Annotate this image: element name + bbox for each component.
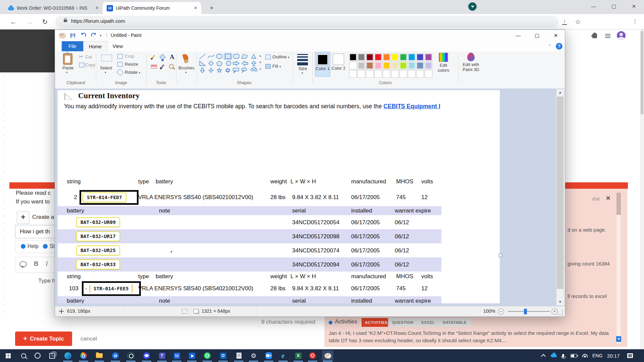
- magnifier-tool-icon[interactable]: [169, 64, 174, 69]
- back-icon[interactable]: ←: [8, 17, 18, 27]
- cebits-link[interactable]: CEBITS Equipment I: [383, 103, 440, 110]
- browser-tab-uipath-forum[interactable]: Ui UiPath Community Forum ✕: [103, 2, 201, 14]
- copy-label[interactable]: Copy: [85, 62, 95, 67]
- palette-color[interactable]: [391, 53, 399, 61]
- paint-canvas[interactable]: Current Inventory You may add/modify inv…: [58, 90, 500, 303]
- browser-menu-kebab-icon[interactable]: ⋮: [630, 17, 640, 26]
- cut-icon[interactable]: ✂: [79, 54, 83, 59]
- canvas-scrollbar-thumb[interactable]: [557, 97, 564, 289]
- rotate-icon[interactable]: [116, 69, 123, 76]
- fill-bucket-tool-icon[interactable]: [159, 54, 165, 60]
- scroll-up-icon[interactable]: ▲: [556, 89, 564, 96]
- canvas-scrollbar[interactable]: ▲ ▼: [556, 89, 564, 305]
- whatsapp-icon[interactable]: [202, 350, 213, 361]
- create-a-label[interactable]: Create a: [32, 214, 54, 221]
- browser-tab-work-order[interactable]: Work Order: WO-01010568 ~ INS ✕: [4, 2, 103, 14]
- tag-activities[interactable]: ACTIVITIES: [362, 318, 391, 327]
- palette-color[interactable]: [425, 70, 432, 78]
- fill-icon[interactable]: [265, 64, 271, 69]
- edit-colors-button[interactable]: Edit colors: [433, 52, 453, 73]
- zoom-app-icon[interactable]: [263, 350, 274, 361]
- internet-explorer-icon[interactable]: e: [277, 350, 289, 361]
- edge-icon[interactable]: [62, 350, 73, 361]
- fill-label[interactable]: Fill ▾: [272, 64, 281, 69]
- reading-list-icon[interactable]: [605, 33, 610, 39]
- shapes-scroll-down-icon[interactable]: ▼: [258, 61, 262, 64]
- palette-color[interactable]: [358, 70, 365, 78]
- paste-caret-icon[interactable]: ▾: [66, 71, 68, 74]
- save-icon[interactable]: [70, 33, 75, 38]
- clock[interactable]: 20:17: [607, 349, 620, 362]
- resize-label[interactable]: Resize: [125, 62, 138, 67]
- redo-icon[interactable]: [90, 32, 97, 39]
- outline-icon[interactable]: [265, 55, 271, 59]
- movies-tv-icon[interactable]: [186, 350, 198, 361]
- brushes-label[interactable]: Brushes: [178, 65, 195, 70]
- bold-icon[interactable]: B: [34, 260, 39, 267]
- settings-gear-icon[interactable]: ⚙: [248, 350, 259, 361]
- palette-color[interactable]: [383, 62, 390, 69]
- create-topic-button[interactable]: + Create Topic: [15, 331, 72, 346]
- crop-icon[interactable]: [117, 54, 123, 59]
- crop-label[interactable]: Crop: [125, 54, 134, 59]
- palette-color[interactable]: [408, 62, 416, 69]
- select-icon[interactable]: [101, 55, 112, 61]
- cancel-link[interactable]: cancel: [80, 336, 97, 342]
- palette-color[interactable]: [349, 62, 357, 69]
- zoom-out-button[interactable]: –: [498, 308, 504, 315]
- url-text[interactable]: https://forum.uipath.com: [71, 18, 125, 24]
- cortana-icon[interactable]: [32, 350, 43, 361]
- palette-color[interactable]: [349, 53, 357, 61]
- uipath-icon[interactable]: Ui: [171, 350, 182, 361]
- cut-label[interactable]: Cut: [85, 54, 92, 59]
- palette-color[interactable]: [366, 53, 374, 61]
- quick-access-caret-icon[interactable]: ▾: [100, 34, 102, 37]
- palette-color[interactable]: [416, 70, 424, 78]
- panel-scrollbar-thumb[interactable]: [616, 193, 621, 215]
- size-icon[interactable]: [297, 54, 308, 67]
- paint-minimize-button[interactable]: —: [511, 30, 526, 41]
- ribbon-collapse-icon[interactable]: ⌃: [548, 44, 551, 49]
- action-center-icon[interactable]: [627, 349, 633, 362]
- paint-tab-view[interactable]: View: [107, 41, 129, 51]
- zoom-slider-thumb[interactable]: [524, 309, 527, 314]
- palette-color[interactable]: [374, 53, 382, 61]
- window-maximize-button[interactable]: ▢: [608, 1, 620, 11]
- reload-icon[interactable]: ↻: [40, 17, 50, 27]
- scroll-down-icon[interactable]: ▼: [556, 299, 564, 305]
- pencil-tool-icon[interactable]: [151, 55, 155, 60]
- scroll-down-button[interactable]: [616, 336, 621, 342]
- page-scrollbar[interactable]: [640, 29, 644, 349]
- palette-color[interactable]: [416, 62, 424, 69]
- panel-scrollbar[interactable]: [616, 193, 621, 344]
- eyedropper-tool-icon[interactable]: [160, 64, 164, 69]
- download-icon[interactable]: ↓: [560, 17, 569, 26]
- activities-label[interactable]: Activities: [335, 318, 357, 325]
- excel-icon[interactable]: X: [292, 350, 304, 361]
- outlook-icon[interactable]: O: [217, 350, 229, 361]
- tab-close-icon[interactable]: ✕: [94, 5, 100, 11]
- shapes-more-icon[interactable]: ▾: [258, 67, 262, 71]
- onedrive-icon[interactable]: [551, 349, 557, 362]
- zoom-slider-track[interactable]: [508, 311, 550, 312]
- browser-profile-badge-icon[interactable]: [468, 2, 477, 11]
- teams-icon[interactable]: T: [156, 350, 168, 361]
- battery-icon[interactable]: [571, 349, 577, 362]
- profile-avatar[interactable]: [617, 31, 626, 40]
- palette-color[interactable]: [383, 53, 390, 61]
- tab-close-icon[interactable]: ✕: [193, 5, 199, 11]
- palette-color[interactable]: [399, 62, 407, 69]
- language-indicator[interactable]: ENG: [592, 349, 602, 362]
- window-close-button[interactable]: ✕: [628, 1, 640, 11]
- canvas-resize-handle[interactable]: [499, 254, 502, 257]
- palette-color[interactable]: [374, 70, 382, 78]
- palette-color[interactable]: [383, 70, 390, 78]
- panel-close-icon[interactable]: ✕: [606, 195, 610, 202]
- paint-title-bar[interactable]: ▾ | Untitled - Paint — ▢ ✕: [55, 30, 565, 41]
- teamviewer-icon[interactable]: ⇄: [110, 350, 121, 361]
- help-icon[interactable]: ?: [556, 43, 562, 50]
- shapes-grid[interactable]: [199, 53, 258, 74]
- window-minimize-button[interactable]: —: [588, 1, 599, 11]
- select-label[interactable]: Select: [100, 65, 112, 70]
- paint-maximize-button[interactable]: ▢: [529, 30, 545, 41]
